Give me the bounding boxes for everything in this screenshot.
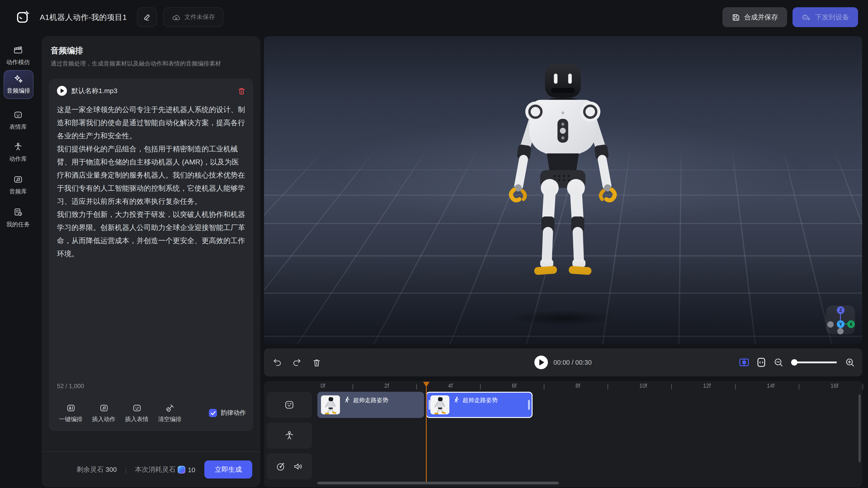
- broom-icon: [165, 403, 175, 413]
- person-icon: [284, 430, 295, 441]
- ruler-tick: [671, 384, 672, 390]
- time-display: 00:00 / 00:30: [553, 359, 592, 366]
- timeline-clip-selected[interactable]: 超帅走路姿势: [426, 392, 532, 418]
- ruler-label: 10f: [639, 383, 647, 389]
- ruler-tick: [862, 384, 863, 390]
- sidebar-item-motion-mimic[interactable]: 动作模仿: [0, 45, 36, 66]
- ruler-label: 4f: [448, 383, 453, 389]
- play-button[interactable]: [534, 356, 548, 369]
- deploy-button-label: 下发到设备: [815, 13, 849, 22]
- script-toolbar: 一键编排 插入动作 插入表情: [54, 399, 246, 427]
- timeline-ruler[interactable]: 0f2f4f6f8f10f12f14f16f: [317, 383, 859, 392]
- audio-script-card: 默认名称1.mp3 这是一家全球领先的公司专注于先进机器人系统的设计、制造和部署…: [49, 78, 253, 431]
- clip-thumbnail: [321, 395, 340, 414]
- audio-filename: 默认名称1.mp3: [71, 87, 117, 95]
- timeline-vertical-scrollbar[interactable]: [859, 394, 861, 462]
- delete-audio-button[interactable]: [237, 87, 246, 95]
- keyframe-track-button[interactable]: [739, 358, 749, 367]
- sidebar-item-audio-library[interactable]: 音频库: [0, 174, 36, 196]
- remaining-label: 剩余灵石: [76, 465, 103, 473]
- ruler-tick: [352, 384, 353, 390]
- timeline-clip[interactable]: 超帅走路姿势: [317, 392, 424, 418]
- deploy-to-device-button[interactable]: 下发到设备: [793, 7, 858, 27]
- top-actions: 合成并保存 下发到设备: [722, 7, 858, 27]
- auto-arrange-button[interactable]: 一键编排: [54, 403, 87, 423]
- ruler-tick: [416, 384, 417, 390]
- gizmo-neg-x-axis[interactable]: [827, 321, 834, 328]
- tasks-icon: [13, 207, 23, 217]
- wink-face-icon: [284, 399, 295, 410]
- timeline-zoom-slider[interactable]: [792, 361, 837, 363]
- rhythm-checkbox[interactable]: [209, 409, 217, 417]
- sidebar-item-my-tasks[interactable]: 我的任务: [0, 207, 36, 229]
- tool-label: 插入动作: [92, 415, 116, 423]
- person-icon: [13, 142, 23, 152]
- robot-download-icon: [802, 13, 811, 22]
- zoom-out-button[interactable]: [774, 357, 783, 367]
- walking-icon: [344, 396, 350, 403]
- sidebar-item-motion-library[interactable]: 动作库: [0, 142, 36, 163]
- sidebar-label: 动作库: [9, 155, 27, 163]
- footer-divider: |: [123, 466, 129, 473]
- viewport-3d[interactable]: Z Y X: [264, 36, 862, 344]
- insert-motion-button[interactable]: 插入动作: [87, 403, 120, 423]
- sidebar-label: 我的任务: [6, 221, 30, 229]
- gizmo-x-axis[interactable]: X: [847, 320, 855, 328]
- orientation-gizmo: Z Y X: [826, 305, 855, 334]
- gizmo-y-axis[interactable]: Y: [837, 320, 844, 328]
- app-window: A1机器人动作-我的项目1 文件未保存 合成并保存: [0, 0, 868, 488]
- robot-face-icon: [13, 110, 23, 120]
- ruler-label: 2f: [384, 383, 389, 389]
- sidebar-label: 动作模仿: [6, 58, 30, 66]
- gem-icon: [178, 466, 186, 473]
- timeline-horizontal-scrollbar[interactable]: [317, 482, 559, 484]
- gizmo-neg-z-axis[interactable]: [837, 328, 844, 334]
- play-audio-button[interactable]: [57, 86, 67, 96]
- ruler-label: 12f: [703, 383, 711, 389]
- script-text-area[interactable]: 这是一家全球领先的公司专注于先进机器人系统的设计、制造和部署我们的使命是通过智能…: [57, 103, 246, 260]
- cloud-x-icon: [172, 13, 180, 22]
- sparkles-icon: [13, 74, 24, 84]
- playback-controls-bar: 00:00 / 00:30: [264, 348, 862, 377]
- save-button[interactable]: 合成并保存: [722, 7, 787, 27]
- ruler-label: 0f: [320, 383, 325, 389]
- sidebar-item-audio-arrange[interactable]: 音频编排: [4, 70, 33, 99]
- expression-track-header: [267, 392, 312, 418]
- unsaved-label: 文件未保存: [184, 13, 215, 21]
- rename-button[interactable]: [137, 7, 157, 27]
- ruler-tick: [799, 384, 799, 390]
- clip-label: 超帅走路姿势: [463, 396, 498, 404]
- audio-track-header: [267, 453, 312, 480]
- save-button-label: 合成并保存: [744, 13, 778, 22]
- clip-thumbnail: [430, 395, 450, 414]
- clapperboard-icon: [13, 45, 23, 55]
- remaining-value: 300: [105, 465, 117, 473]
- gizmo-z-axis[interactable]: Z: [837, 306, 844, 314]
- fit-timeline-button[interactable]: [757, 357, 765, 367]
- music-box-icon: [99, 403, 109, 413]
- insert-expression-button[interactable]: 插入表情: [120, 403, 153, 423]
- sidebar-item-expression-library[interactable]: 表情库: [0, 110, 36, 131]
- char-counter: 52 / 1,000: [57, 383, 84, 390]
- cost-label: 本次消耗灵石: [135, 465, 176, 474]
- generate-now-button[interactable]: 立即生成: [204, 460, 252, 479]
- ruler-tick: [608, 384, 608, 390]
- file-unsaved-status[interactable]: 文件未保存: [163, 7, 223, 27]
- vignette-overlay: [264, 36, 862, 344]
- audio-arrange-panel: 音频编排 通过音频处理，生成音频素材以及融合动作和表情的音频编排素材 默认名称1…: [41, 36, 260, 487]
- ruler-label: 14f: [767, 383, 775, 389]
- rhythm-motion-toggle[interactable]: 韵律动作: [209, 409, 246, 417]
- clear-arrange-button[interactable]: 清空编排: [153, 403, 186, 423]
- top-bar: A1机器人动作-我的项目1 文件未保存 合成并保存: [0, 0, 868, 34]
- tool-label: 一键编排: [59, 415, 83, 423]
- zoom-in-button[interactable]: [845, 357, 855, 367]
- ruler-tick: [480, 384, 480, 390]
- clip-right-handle[interactable]: [528, 400, 530, 410]
- walking-icon: [454, 396, 460, 403]
- app-logo-icon: [16, 9, 31, 25]
- slider-handle[interactable]: [791, 359, 798, 365]
- cost-value: 10: [188, 466, 195, 473]
- clip-label: 超帅走路姿势: [353, 396, 388, 404]
- playhead[interactable]: [423, 382, 430, 484]
- ai-icon: [66, 403, 76, 413]
